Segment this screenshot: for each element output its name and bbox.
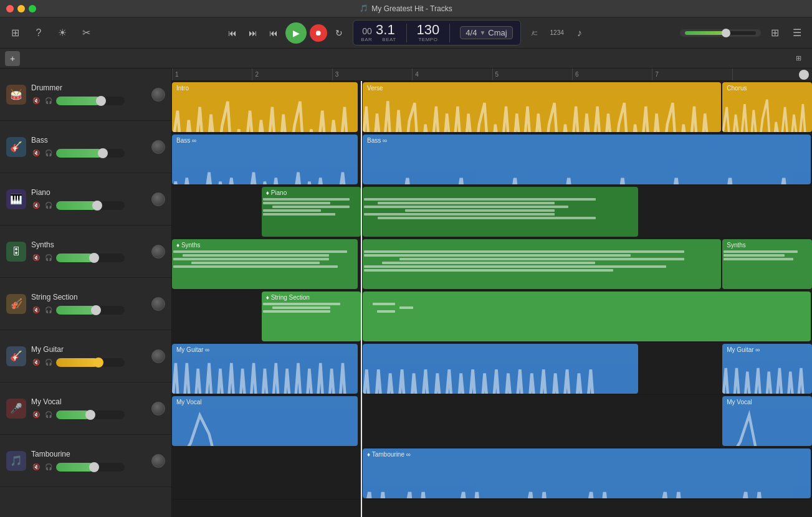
piano-midi-notes-1 [262, 197, 361, 237]
smartcontrols-icon[interactable]: ☀ [54, 24, 71, 42]
headphone-icon[interactable]: 🎧 [44, 148, 54, 158]
library-icon[interactable]: ⊞ [6, 24, 24, 42]
track-drummer[interactable]: 🥁 Drummer 🔇 🎧 [0, 69, 171, 121]
headphone-icon[interactable]: 🎧 [44, 96, 54, 106]
cycle-button[interactable]: ↻ [330, 24, 348, 42]
mute-icon[interactable]: 🔇 [31, 462, 41, 472]
synths-volume-slider[interactable] [56, 254, 125, 262]
track-string-section[interactable]: 🎻 String Section 🔇 🎧 [0, 278, 171, 330]
vocal-pan-knob[interactable] [151, 402, 165, 415]
time-signature-display[interactable]: 4/4 ▼ Cmaj [460, 26, 512, 40]
bass-pan-knob[interactable] [151, 140, 165, 154]
track-bass[interactable]: 🎸 Bass 🔇 🎧 [0, 121, 171, 173]
headphone-icon[interactable]: 🎧 [44, 305, 54, 315]
synths-clip-3[interactable]: Synths [722, 239, 812, 289]
drummer-clip-intro[interactable]: Intro [172, 82, 358, 132]
piano-slider-thumb[interactable] [92, 201, 102, 211]
bass-slider-thumb[interactable] [98, 148, 108, 158]
headphone-icon[interactable]: 🎧 [44, 358, 54, 368]
drummer-clip-verse[interactable]: Verse [363, 82, 721, 132]
bass-label-2: Bass ∞ [364, 136, 390, 145]
synths-slider-thumb[interactable] [89, 253, 99, 263]
mute-icon[interactable]: 🔇 [31, 305, 41, 315]
headphone-icon[interactable]: 🎧 [44, 410, 54, 420]
record-button[interactable]: ⏺ [310, 24, 327, 42]
track-tambourine[interactable]: 🎵 Tambourine 🔇 🎧 [0, 435, 171, 487]
drummer-slider-thumb[interactable] [96, 96, 106, 106]
guitar-slider-thumb[interactable] [93, 358, 103, 368]
tambourine-clip-1[interactable]: ♦ Tambourine ∞ [363, 448, 811, 498]
rewind-button[interactable]: ⏮ [224, 24, 241, 42]
bass-clip-1[interactable]: Bass ∞ [172, 135, 358, 184]
tambourine-pan-knob[interactable] [151, 454, 165, 468]
piano-volume-slider[interactable] [56, 201, 125, 210]
close-button[interactable] [6, 5, 14, 12]
strings-volume-slider[interactable] [56, 306, 125, 315]
strings-clip-2[interactable] [363, 292, 811, 341]
synths-label-1: ♦ Synths [173, 240, 203, 250]
piano-pan-knob[interactable] [151, 192, 165, 206]
drummer-pan-knob[interactable] [151, 88, 165, 102]
guitar-pan-knob[interactable] [151, 349, 165, 363]
fast-forward-button[interactable]: ⏭ [244, 24, 262, 42]
tempo-value[interactable]: 130 [417, 23, 440, 37]
mute-icon[interactable]: 🔇 [31, 148, 41, 158]
maximize-button[interactable] [29, 5, 36, 12]
mute-icon[interactable]: 🔇 [31, 410, 41, 420]
window-controls[interactable] [6, 5, 36, 12]
midi-icon[interactable]: 1234 [548, 24, 566, 42]
help-icon[interactable]: ? [30, 24, 47, 42]
mute-icon[interactable]: 🔇 [31, 201, 41, 211]
drummer-controls: 🔇 🎧 [31, 96, 146, 106]
strings-slider-thumb[interactable] [91, 305, 101, 315]
vocal-slider-thumb[interactable] [85, 410, 95, 420]
vocal-volume-slider[interactable] [56, 410, 125, 419]
guitar-clip-3[interactable]: My Guitar ∞ [722, 344, 812, 394]
headphone-icon[interactable]: 🎧 [44, 253, 54, 263]
synths-clip-1[interactable]: ♦ Synths [172, 239, 358, 289]
minimize-button[interactable] [17, 5, 25, 12]
master-volume[interactable] [680, 29, 761, 37]
mute-icon[interactable]: 🔇 [31, 96, 41, 106]
scissors-icon[interactable]: ✂ [77, 24, 95, 42]
volume-thumb[interactable] [722, 29, 730, 37]
piano-slider-fill [56, 201, 97, 210]
metronome-icon[interactable]: ♪ [571, 24, 588, 42]
mute-icon[interactable]: 🔇 [31, 358, 41, 368]
headphone-icon[interactable]: 🎧 [44, 462, 54, 472]
vocal-clip-2[interactable]: My Vocal [722, 396, 812, 446]
synths-clip-2[interactable] [363, 239, 721, 289]
drummer-volume-slider[interactable] [56, 97, 125, 105]
track-synths[interactable]: 🎛 Synths 🔇 🎧 [0, 225, 171, 278]
collapse-all-button[interactable]: ⊞ [790, 50, 807, 67]
strings-clip-1[interactable]: ♦ String Section [262, 292, 361, 341]
add-track-button[interactable]: + [5, 51, 20, 66]
volume-track[interactable] [685, 31, 756, 35]
headphone-icon[interactable]: 🎧 [44, 201, 54, 211]
bass-clip-2[interactable]: Bass ∞ [363, 135, 811, 184]
tambourine-volume-slider[interactable] [56, 463, 125, 472]
track-piano[interactable]: 🎹 Piano 🔇 🎧 [0, 173, 171, 225]
guitar-clip-1[interactable]: My Guitar ∞ [172, 344, 358, 394]
tambourine-slider-thumb[interactable] [89, 462, 99, 472]
synths-pan-knob[interactable] [151, 245, 165, 258]
track-my-guitar[interactable]: 🎸 My Guitar 🔇 🎧 [0, 330, 171, 382]
ruler-scrollbar[interactable] [799, 70, 809, 80]
strings-pan-knob[interactable] [151, 297, 165, 311]
mixer-icon[interactable]: ⊞ [766, 24, 783, 42]
mute-icon[interactable]: 🔇 [31, 253, 41, 263]
play-button[interactable]: ▶ [285, 22, 307, 44]
piano-clip-2[interactable] [363, 187, 638, 237]
drummer-clip-chorus[interactable]: Chorus [722, 82, 812, 132]
piano-clip-1[interactable]: ♦ Piano [262, 187, 361, 237]
bass-volume-slider[interactable] [56, 149, 125, 158]
tuner-icon[interactable]: ⟈ [526, 24, 543, 42]
guitar-clip-2[interactable] [363, 344, 638, 394]
playhead[interactable] [361, 81, 362, 517]
vocal-clip-1[interactable]: My Vocal [172, 396, 358, 446]
skip-back-button[interactable]: ⏮ [265, 24, 282, 42]
secondary-toolbar: + ⊞ [0, 49, 812, 69]
guitar-volume-slider[interactable] [56, 358, 125, 367]
smartcontrols2-icon[interactable]: ☰ [788, 24, 806, 42]
track-my-vocal[interactable]: 🎤 My Vocal 🔇 🎧 [0, 382, 171, 435]
